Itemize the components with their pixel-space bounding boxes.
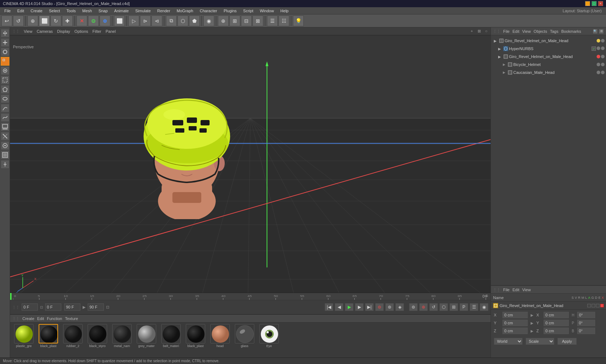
menu-help[interactable]: Help — [277, 8, 291, 14]
poly-select[interactable] — [1, 85, 9, 94]
material-grey-mater[interactable]: grey_mater — [136, 324, 157, 348]
material-black-plast-2[interactable]: black_plast — [185, 324, 206, 348]
tc-btn-8[interactable]: ◉ — [480, 303, 488, 311]
am-y-pos-input[interactable] — [502, 320, 528, 326]
om-expand-1[interactable]: ▶ — [492, 38, 498, 44]
select-tool[interactable] — [1, 57, 9, 66]
am-apply-button[interactable]: Apply — [557, 338, 577, 345]
menu-script[interactable]: Script — [240, 8, 256, 14]
floor-button[interactable]: ☰ — [267, 15, 278, 26]
cube-button[interactable]: ⬜ — [39, 15, 50, 26]
om-dot-vis-2[interactable] — [597, 46, 600, 50]
x-axis-button[interactable]: ✕ — [76, 15, 87, 26]
soft-sel-button[interactable]: ◉ — [203, 15, 214, 26]
vp-menu-view[interactable]: View — [24, 29, 32, 34]
am-scale-select[interactable]: Scale — [526, 338, 554, 345]
path-tool[interactable] — [1, 104, 9, 112]
vp-menu-filter[interactable]: Filter — [92, 29, 101, 34]
am-h-angle-input[interactable] — [577, 312, 595, 318]
om-menu-view[interactable]: View — [522, 29, 531, 34]
rect-select[interactable] — [1, 76, 9, 84]
redo-button[interactable]: ↺ — [13, 15, 24, 26]
tc-btn-1[interactable]: ⊚ — [409, 303, 418, 311]
menu-snap[interactable]: Snap — [96, 8, 111, 14]
fps-input[interactable] — [88, 303, 104, 311]
mp-menu-function[interactable]: Function — [47, 316, 62, 321]
render-anim-button[interactable]: ⊲ — [152, 15, 162, 26]
material-plastic-gre[interactable]: plastic_gre — [13, 324, 35, 348]
tc-btn-7[interactable]: ☰ — [470, 303, 478, 311]
am-world-select[interactable]: World Object — [494, 338, 523, 345]
spline-tool[interactable] — [1, 113, 9, 122]
menu-simulate[interactable]: Simulate — [132, 8, 154, 14]
am-obj-dot-1[interactable] — [587, 304, 591, 307]
om-row-1[interactable]: ▶ Giro_Revel_Helmet_on_Male_Head — [491, 37, 606, 45]
om-expand-3[interactable]: ▶ — [497, 54, 502, 59]
om-menu-bookmarks[interactable]: Bookmarks — [561, 29, 581, 34]
points-button[interactable]: ⧉ — [166, 15, 177, 26]
menu-character[interactable]: Character — [197, 8, 220, 14]
om-menu-objects[interactable]: Objects — [533, 29, 547, 34]
om-expand-5[interactable]: ▶ — [501, 70, 507, 75]
material-head[interactable]: head — [209, 324, 231, 348]
material-glass[interactable]: glass — [234, 324, 255, 348]
mat-button[interactable]: ⊠ — [252, 15, 263, 26]
new-object-button[interactable]: ⊕ — [27, 15, 38, 26]
maximize-button[interactable]: □ — [592, 1, 597, 6]
menu-select[interactable]: Select — [46, 8, 63, 14]
texture-button[interactable]: ⊟ — [241, 15, 252, 26]
z-axis-button[interactable]: ⊕ — [100, 15, 110, 26]
light-button[interactable]: 💡 — [293, 15, 304, 26]
om-dot-vis-4[interactable] — [597, 63, 600, 66]
material-rubber-2[interactable]: rubber_2 — [62, 324, 84, 348]
menu-window[interactable]: Window — [257, 8, 277, 14]
material-eye[interactable]: Eye — [258, 324, 280, 348]
om-row-3[interactable]: ▶ Giro_Revel_Helmet_on_Male_Head — [495, 53, 606, 61]
auto-key-button[interactable]: ⊛ — [385, 303, 394, 311]
frame-input-2[interactable] — [45, 303, 61, 311]
vp-menu-options[interactable]: Options — [74, 29, 88, 34]
om-dot-render-1[interactable] — [601, 39, 605, 43]
am-object-row[interactable]: Giro_Revel_Helmet_on_Male_Head — [491, 302, 606, 310]
am-obj-dot-2[interactable] — [592, 304, 595, 307]
tc-btn-4[interactable]: ⬡ — [439, 303, 448, 311]
om-dot-render-2[interactable] — [601, 46, 605, 50]
mp-menu-texture[interactable]: Texture — [65, 316, 78, 321]
am-menu-edit[interactable]: Edit — [513, 288, 519, 292]
menu-tools[interactable]: Tools — [63, 8, 79, 14]
material-belt-materi[interactable]: belt_materi — [160, 324, 182, 348]
om-dot-render-3[interactable] — [601, 55, 605, 58]
am-b-angle-input[interactable] — [577, 328, 595, 334]
end-frame-input[interactable] — [64, 303, 80, 311]
om-dot-vis-5[interactable] — [597, 71, 600, 74]
record-button[interactable]: ⊚ — [375, 303, 384, 311]
edges-button[interactable]: ⬡ — [177, 15, 188, 26]
go-end-button[interactable]: ▶| — [365, 303, 374, 311]
am-obj-dot-3[interactable] — [596, 304, 600, 307]
rotate-tool[interactable] — [1, 48, 9, 56]
am-menu-file[interactable]: File — [503, 288, 510, 292]
snap-button[interactable]: ⊕ — [218, 15, 229, 26]
om-menu-edit[interactable]: Edit — [513, 29, 519, 34]
mp-menu-edit[interactable]: Edit — [37, 316, 44, 321]
om-dot-vis-1[interactable] — [597, 39, 600, 43]
om-row-5[interactable]: ▶ Caucasian_Male_Head — [500, 68, 606, 76]
play-button[interactable]: ▶ — [345, 303, 354, 311]
om-menu-tags[interactable]: Tags — [550, 29, 558, 34]
om-menu-file[interactable]: File — [503, 29, 510, 34]
menu-edit[interactable]: Edit — [14, 8, 27, 14]
menu-animate[interactable]: Animate — [111, 8, 132, 14]
vp-icon-2[interactable]: ⊠ — [476, 28, 482, 34]
vp-icon-3[interactable]: ○ — [483, 28, 489, 34]
timeline-ruler[interactable]: 0 5 10 15 20 25 30 35 40 — [10, 293, 491, 300]
add-button[interactable]: ✚ — [62, 15, 73, 26]
vp-icon-1[interactable]: + — [469, 28, 475, 34]
vp-menu-display[interactable]: Display — [57, 29, 70, 34]
scale-tool[interactable] — [1, 38, 9, 47]
loop-select[interactable] — [1, 94, 9, 103]
move-tool[interactable] — [1, 29, 9, 37]
viewport[interactable]: ⋮⋮ View Cameras Display Options Filter P… — [10, 27, 491, 293]
vp-menu-panel[interactable]: Panel — [106, 29, 116, 34]
om-expand-2[interactable]: ▶ — [497, 46, 502, 52]
om-row-2[interactable]: ▶ HyperNURBS ✓ — [495, 45, 606, 53]
